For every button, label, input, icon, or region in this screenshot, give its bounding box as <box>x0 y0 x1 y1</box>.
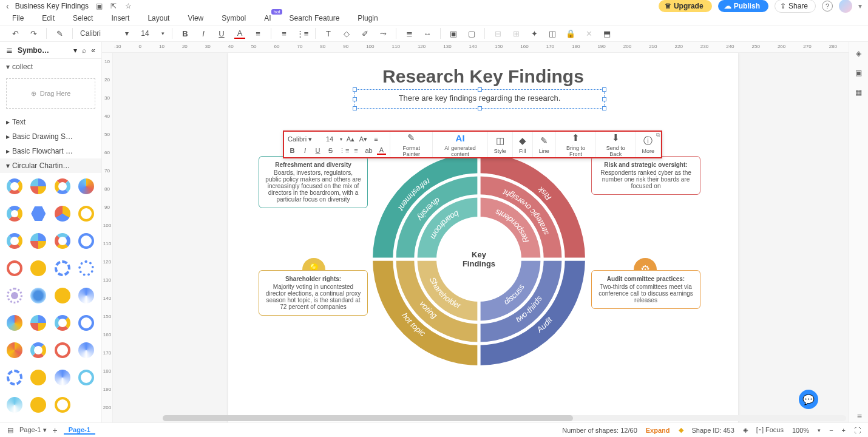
help-button[interactable]: ? <box>822 1 833 12</box>
page-heading[interactable]: Research Key Findings <box>228 66 738 87</box>
shape-thumb[interactable] <box>29 231 48 251</box>
zoom-out-button[interactable]: − <box>829 427 833 434</box>
shape-thumb[interactable] <box>5 313 24 333</box>
category-basic-flowchart[interactable]: ▸Basic Flowchart … <box>0 144 101 158</box>
close-icon[interactable]: ⧉ <box>656 132 660 138</box>
menu-symbol[interactable]: Symbol <box>222 14 246 22</box>
shape-thumb[interactable] <box>5 177 24 196</box>
shape-thumb[interactable] <box>76 340 96 360</box>
menu-search-feature[interactable]: Search Feature <box>290 14 340 22</box>
shape-thumb[interactable] <box>5 259 24 278</box>
tools-icon[interactable]: ✕ <box>583 28 594 39</box>
text-tool-icon[interactable]: T <box>323 28 334 39</box>
shape-thumb[interactable] <box>29 286 48 305</box>
float-font-size[interactable]: 14 <box>323 135 336 143</box>
focus-button[interactable]: [⁃] Focus <box>756 426 784 434</box>
shape-thumb[interactable] <box>53 231 72 251</box>
menu-plugin[interactable]: Plugin <box>358 14 378 22</box>
horizontal-scrollbar[interactable] <box>163 415 846 421</box>
shape-thumb[interactable] <box>29 395 48 415</box>
shape-thumb[interactable] <box>53 313 72 333</box>
expand-button[interactable]: Expand <box>646 427 670 434</box>
share-button[interactable]: ⇪Share <box>775 0 816 13</box>
resize-handle[interactable] <box>478 87 482 92</box>
user-avatar[interactable] <box>839 0 852 13</box>
shape-thumb[interactable] <box>5 368 24 387</box>
brush-icon[interactable]: ✎ <box>54 28 65 39</box>
menu-insert[interactable]: Insert <box>111 14 129 22</box>
float-style[interactable]: ◫Style <box>488 132 513 157</box>
shape-thumb[interactable] <box>53 368 72 387</box>
image-icon[interactable]: ▢ <box>466 28 477 39</box>
shape-thumb[interactable] <box>76 177 96 196</box>
italic-icon[interactable]: I <box>198 28 209 39</box>
arrow-style-icon[interactable]: ↔ <box>422 28 433 39</box>
callout-risk[interactable]: Risk and strategic oversight: Respondent… <box>591 156 700 195</box>
resize-handle[interactable] <box>478 106 482 110</box>
shape-thumb[interactable] <box>29 368 48 387</box>
connector-icon[interactable]: ⤳ <box>378 28 388 39</box>
float-fill[interactable]: ◆Fill <box>513 132 533 157</box>
bullet-list-icon[interactable]: ⋮≡ <box>339 147 348 155</box>
pages-list-icon[interactable]: ▤ <box>7 426 13 434</box>
chevron-down-icon[interactable]: ▾ <box>73 46 77 55</box>
scrollbar-thumb[interactable] <box>163 415 573 421</box>
publish-button[interactable]: ☁Publish <box>718 0 768 12</box>
shape-thumb[interactable] <box>53 286 72 305</box>
shape-thumb[interactable] <box>29 259 48 278</box>
redo-icon[interactable]: ↷ <box>28 28 39 39</box>
shape-thumb[interactable] <box>5 231 24 251</box>
highlight-icon[interactable]: ≡ <box>253 28 263 39</box>
drag-drop-zone[interactable]: ⊕Drag Here <box>6 78 95 109</box>
underline-icon[interactable]: U <box>216 28 227 39</box>
pen-tool-icon[interactable]: ✐ <box>359 28 370 39</box>
shape-thumb[interactable] <box>53 340 72 360</box>
canvas-page[interactable]: Research Key Findings There are key find… <box>228 53 738 422</box>
underline-icon[interactable]: U <box>313 147 322 154</box>
chevron-down-icon[interactable]: ▾ <box>858 2 862 10</box>
float-send-back[interactable]: ⬇Send to Back <box>596 132 636 157</box>
resize-handle[interactable] <box>602 97 606 101</box>
bold-icon[interactable]: B <box>288 147 297 154</box>
shape-thumb[interactable] <box>5 286 24 305</box>
grid-icon[interactable]: ▦ <box>853 87 864 98</box>
selected-textbox[interactable]: There are key findings regarding the res… <box>354 89 605 109</box>
diamond-icon[interactable]: ◆ <box>679 426 683 434</box>
float-font-select[interactable]: Calibri ▾ <box>288 135 319 143</box>
align-icon[interactable]: ≡ <box>279 28 290 39</box>
menu-layout[interactable]: Layout <box>147 14 169 22</box>
zoom-in-button[interactable]: + <box>842 427 846 434</box>
line-style-icon[interactable]: ≣ <box>404 28 415 39</box>
shape-thumb[interactable] <box>29 204 48 223</box>
export-icon[interactable]: ⬒ <box>602 28 612 39</box>
number-list-icon[interactable]: ≡ <box>351 147 361 154</box>
theme-icon[interactable]: ◈ <box>853 48 864 59</box>
hamburger-icon[interactable]: ≡ <box>857 412 862 421</box>
increase-font-icon[interactable]: A▴ <box>346 135 355 143</box>
shape-thumb[interactable] <box>53 395 72 415</box>
shape-thumb[interactable] <box>5 395 24 415</box>
bold-icon[interactable]: B <box>180 28 191 39</box>
shape-thumb[interactable] <box>53 204 72 223</box>
shape-thumb[interactable] <box>5 204 24 223</box>
font-color-icon[interactable]: A <box>234 28 245 39</box>
list-icon[interactable]: ⋮≡ <box>297 28 308 39</box>
upgrade-button[interactable]: ♕Upgrade <box>659 0 712 12</box>
callout-shareholder[interactable]: Shareholder rights: Majority voting in u… <box>259 270 368 316</box>
float-format-painter[interactable]: ✎Format Painter <box>390 132 433 157</box>
page-tab[interactable]: Page-1 <box>64 426 95 435</box>
resize-handle[interactable] <box>353 87 357 92</box>
shape-thumb[interactable] <box>76 231 96 251</box>
distribute-icon[interactable]: ⊞ <box>510 28 521 39</box>
shape-thumb[interactable] <box>29 177 48 196</box>
chevron-down-icon[interactable]: ▾ <box>161 30 164 36</box>
shape-thumb[interactable] <box>76 259 96 278</box>
panel-menu-icon[interactable]: ≣ <box>6 46 13 55</box>
shape-thumb[interactable] <box>76 204 96 223</box>
effects-icon[interactable]: ✦ <box>529 28 540 39</box>
resize-handle[interactable] <box>353 97 357 101</box>
align-icon[interactable]: ≡ <box>371 135 381 143</box>
collapse-icon[interactable]: « <box>91 46 95 55</box>
menu-select[interactable]: Select <box>73 14 93 22</box>
text-wrap-icon[interactable]: ab <box>364 147 373 154</box>
